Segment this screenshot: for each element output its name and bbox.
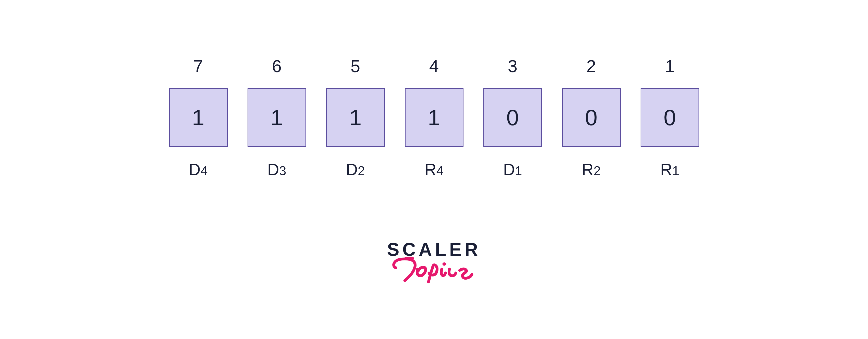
bit-column-2: 2 0 R2 — [562, 56, 621, 179]
bit-column-7: 7 1 D4 — [169, 56, 228, 179]
bit-column-1: 1 0 R1 — [641, 56, 699, 179]
bit-row: 7 1 D4 6 1 D3 5 1 D2 4 1 R4 3 0 D1 — [169, 56, 699, 179]
topics-script-icon — [391, 255, 488, 291]
bit-column-4: 4 1 R4 — [405, 56, 463, 179]
name-sub: 1 — [515, 164, 522, 178]
index-label: 4 — [429, 56, 439, 76]
name-label: D2 — [346, 160, 365, 179]
name-prefix: R — [582, 160, 593, 179]
name-label: D4 — [189, 160, 208, 179]
bit-box: 0 — [641, 88, 699, 147]
index-label: 7 — [193, 56, 203, 76]
bit-column-5: 5 1 D2 — [326, 56, 385, 179]
index-label: 1 — [665, 56, 675, 76]
bit-column-6: 6 1 D3 — [248, 56, 306, 179]
bit-box: 1 — [169, 88, 228, 147]
name-prefix: R — [660, 160, 672, 179]
logo-text-topics — [391, 255, 488, 292]
name-prefix: D — [503, 160, 515, 179]
name-label: D1 — [503, 160, 522, 179]
bit-box: 1 — [405, 88, 463, 147]
name-prefix: R — [425, 160, 436, 179]
name-label: D3 — [267, 160, 286, 179]
name-sub: 2 — [594, 164, 601, 178]
bit-box: 0 — [562, 88, 621, 147]
scaler-topics-logo: SCALER — [385, 240, 483, 295]
index-label: 6 — [272, 56, 282, 76]
bit-box: 1 — [248, 88, 306, 147]
name-prefix: D — [346, 160, 358, 179]
bit-box: 0 — [484, 88, 542, 147]
index-label: 5 — [351, 56, 360, 76]
name-sub: 4 — [200, 164, 208, 178]
name-label: R4 — [425, 160, 443, 179]
name-prefix: D — [189, 160, 200, 179]
name-label: R2 — [582, 160, 600, 179]
name-sub: 3 — [279, 164, 286, 178]
index-label: 3 — [508, 56, 518, 76]
name-prefix: D — [267, 160, 279, 179]
index-label: 2 — [587, 56, 596, 76]
name-sub: 1 — [672, 164, 679, 178]
bit-box: 1 — [326, 88, 385, 147]
name-sub: 2 — [358, 164, 365, 178]
bit-column-3: 3 0 D1 — [484, 56, 542, 179]
name-label: R1 — [660, 160, 679, 179]
name-sub: 4 — [436, 164, 443, 178]
